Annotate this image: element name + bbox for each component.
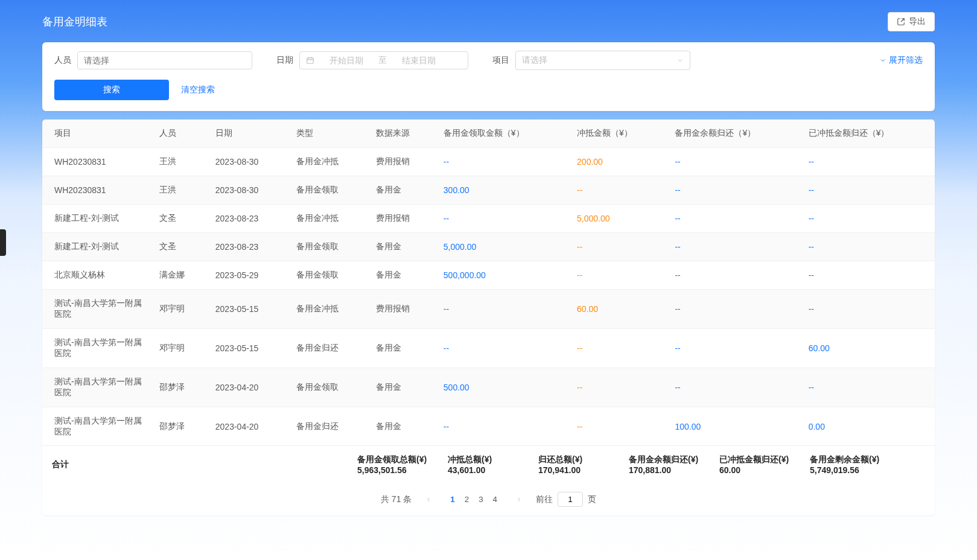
date-end-input[interactable] — [392, 56, 446, 65]
page-number-button[interactable]: 3 — [474, 492, 488, 506]
table-cell: 文圣 — [152, 205, 208, 233]
search-button[interactable]: 搜索 — [54, 80, 169, 100]
table-cell: 500,000.00 — [436, 261, 570, 290]
table-cell: 测试-南昌大学第一附属医院 — [42, 290, 152, 329]
goto-page-input[interactable] — [558, 492, 583, 507]
table-cell: WH20230831 — [42, 148, 152, 176]
column-header: 冲抵金额（¥） — [570, 119, 667, 148]
table-cell: 邓宇明 — [152, 329, 208, 368]
table-cell: 备用金冲抵 — [289, 205, 369, 233]
table-row[interactable]: 测试-南昌大学第一附属医院邓宇明2023-05-15备用金归还备用金------… — [42, 329, 935, 368]
table-row[interactable]: 测试-南昌大学第一附属医院邓宇明2023-05-15备用金冲抵费用报销--60.… — [42, 290, 935, 329]
table-cell: -- — [801, 368, 935, 407]
table-cell: -- — [436, 329, 570, 368]
export-label: 导出 — [909, 16, 926, 27]
table-cell: 备用金领取 — [289, 368, 369, 407]
table-cell: -- — [667, 148, 801, 176]
table-cell: -- — [667, 233, 801, 261]
table-cell: -- — [436, 205, 570, 233]
table-row[interactable]: WH20230831王洪2023-08-30备用金领取备用金300.00----… — [42, 176, 935, 205]
table-cell: -- — [570, 368, 667, 407]
table-cell: 备用金冲抵 — [289, 148, 369, 176]
table-cell: 备用金归还 — [289, 329, 369, 368]
page-number-button[interactable]: 1 — [445, 492, 459, 506]
table-cell: -- — [801, 176, 935, 205]
table-cell: 5,000.00 — [570, 205, 667, 233]
export-icon — [897, 18, 905, 26]
table-cell: 王洪 — [152, 148, 208, 176]
table-cell: 2023-04-20 — [208, 407, 289, 446]
table-cell: 2023-05-15 — [208, 290, 289, 329]
table-cell: 0.00 — [801, 407, 935, 446]
table-row[interactable]: WH20230831王洪2023-08-30备用金冲抵费用报销--200.00-… — [42, 148, 935, 176]
table-cell: 邵梦泽 — [152, 368, 208, 407]
project-select[interactable]: 请选择 — [515, 51, 690, 70]
goto-before: 前往 — [536, 494, 553, 505]
table-cell: 费用报销 — [369, 205, 436, 233]
chevron-down-icon — [879, 57, 886, 64]
table-cell: 王洪 — [152, 176, 208, 205]
page-number-button[interactable]: 4 — [488, 492, 502, 506]
export-button[interactable]: 导出 — [888, 12, 935, 31]
column-header: 备用金余额归还（¥） — [667, 119, 801, 148]
table-row[interactable]: 测试-南昌大学第一附属医院邵梦泽2023-04-20备用金归还备用金----10… — [42, 407, 935, 446]
table-cell: -- — [436, 407, 570, 446]
table-cell: -- — [667, 329, 801, 368]
date-separator: 至 — [378, 55, 387, 66]
table-cell: 2023-04-20 — [208, 368, 289, 407]
table-cell: WH20230831 — [42, 176, 152, 205]
table-cell: 2023-05-15 — [208, 329, 289, 368]
column-header: 数据来源 — [369, 119, 436, 148]
date-start-input[interactable] — [319, 56, 374, 65]
table-row[interactable]: 新建工程-刘-测试文圣2023-08-23备用金领取备用金5,000.00---… — [42, 233, 935, 261]
table-cell: -- — [570, 407, 667, 446]
table-cell: 备用金 — [369, 176, 436, 205]
table-row[interactable]: 测试-南昌大学第一附属医院邵梦泽2023-04-20备用金领取备用金500.00… — [42, 368, 935, 407]
table-cell: -- — [570, 329, 667, 368]
chevron-right-icon — [515, 496, 523, 503]
summary-item: 备用金领取总额(¥)5,963,501.56 — [357, 454, 430, 475]
table-cell: 2023-08-30 — [208, 148, 289, 176]
table-cell: 5,000.00 — [436, 233, 570, 261]
table-cell: 新建工程-刘-测试 — [42, 205, 152, 233]
expand-filter-button[interactable]: 展开筛选 — [879, 55, 923, 66]
next-page-button[interactable] — [512, 492, 526, 507]
prev-page-button[interactable] — [421, 492, 436, 507]
table-cell: 备用金 — [369, 329, 436, 368]
table-cell: 60.00 — [801, 329, 935, 368]
column-header: 日期 — [208, 119, 289, 148]
table-cell: -- — [801, 261, 935, 290]
summary-row: 合计 备用金领取总额(¥)5,963,501.56冲抵总额(¥)43,601.0… — [42, 445, 935, 483]
filter-panel: 人员 日期 至 项目 请选择 展 — [42, 42, 935, 111]
page-number-button[interactable]: 2 — [460, 492, 474, 506]
table-cell: -- — [667, 176, 801, 205]
table-cell: 邵梦泽 — [152, 407, 208, 446]
table-cell: -- — [801, 205, 935, 233]
table-cell: -- — [801, 233, 935, 261]
clear-search-button[interactable]: 清空搜索 — [181, 84, 215, 95]
project-placeholder: 请选择 — [522, 55, 547, 66]
table-cell: 300.00 — [436, 176, 570, 205]
table-cell: 备用金 — [369, 233, 436, 261]
table-cell: -- — [436, 148, 570, 176]
person-input[interactable] — [77, 51, 252, 69]
page-title: 备用金明细表 — [42, 14, 107, 29]
summary-item: 归还总额(¥)170,941.00 — [538, 454, 611, 475]
table-panel: 项目人员日期类型数据来源备用金领取金额（¥）冲抵金额（¥）备用金余额归还（¥）已… — [42, 119, 935, 515]
data-table: 项目人员日期类型数据来源备用金领取金额（¥）冲抵金额（¥）备用金余额归还（¥）已… — [42, 119, 935, 445]
table-cell: 备用金领取 — [289, 176, 369, 205]
table-row[interactable]: 北京顺义杨林满金娜2023-05-29备用金领取备用金500,000.00---… — [42, 261, 935, 290]
table-cell: 2023-08-23 — [208, 233, 289, 261]
table-cell: -- — [436, 290, 570, 329]
table-cell: 费用报销 — [369, 290, 436, 329]
table-cell: 备用金归还 — [289, 407, 369, 446]
date-range-picker[interactable]: 至 — [299, 51, 468, 69]
table-cell: -- — [570, 233, 667, 261]
table-cell: 北京顺义杨林 — [42, 261, 152, 290]
summary-item: 备用金余额归还(¥)170,881.00 — [629, 454, 701, 475]
date-label: 日期 — [276, 55, 293, 66]
table-cell: -- — [801, 290, 935, 329]
table-row[interactable]: 新建工程-刘-测试文圣2023-08-23备用金冲抵费用报销--5,000.00… — [42, 205, 935, 233]
side-handle[interactable] — [0, 229, 6, 256]
table-cell: -- — [801, 148, 935, 176]
